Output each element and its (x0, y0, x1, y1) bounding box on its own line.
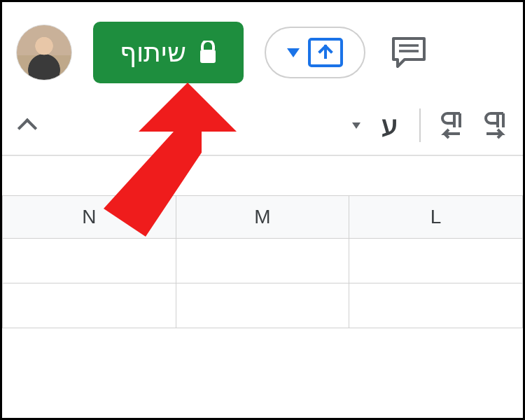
table-row (3, 239, 523, 284)
table-row (3, 284, 523, 328)
svg-rect-0 (200, 50, 216, 63)
toolbar-divider (419, 108, 421, 142)
cell[interactable] (3, 239, 176, 284)
lock-icon (199, 41, 217, 64)
cell[interactable] (176, 239, 349, 284)
cell[interactable] (349, 284, 523, 328)
text-direction-rtl-button[interactable] (439, 111, 464, 139)
share-button[interactable]: שיתוף (93, 22, 244, 83)
toolbar-right-group: ע (352, 108, 507, 142)
language-button[interactable]: ע (379, 110, 401, 141)
avatar[interactable] (16, 24, 72, 80)
present-screen-icon (308, 38, 343, 67)
comments-icon[interactable] (391, 36, 427, 69)
column-header[interactable]: L (349, 196, 523, 239)
share-button-label: שיתוף (120, 37, 186, 68)
present-dropdown[interactable] (265, 27, 365, 78)
chevron-down-icon (287, 48, 300, 57)
column-header-row: N M L (3, 196, 523, 239)
toolbar: ע (2, 104, 523, 155)
column-header[interactable]: N (3, 196, 176, 239)
dropdown-icon[interactable] (352, 122, 360, 129)
collapse-toolbar-button[interactable] (18, 115, 37, 135)
text-direction-ltr-button[interactable] (482, 111, 507, 139)
formula-bar-area (2, 156, 523, 195)
cell[interactable] (176, 284, 349, 328)
spreadsheet-grid[interactable]: N M L (2, 195, 523, 328)
column-header[interactable]: M (176, 196, 349, 239)
cell[interactable] (3, 284, 176, 328)
cell[interactable] (349, 239, 523, 284)
header-bar: שיתוף (2, 2, 523, 104)
